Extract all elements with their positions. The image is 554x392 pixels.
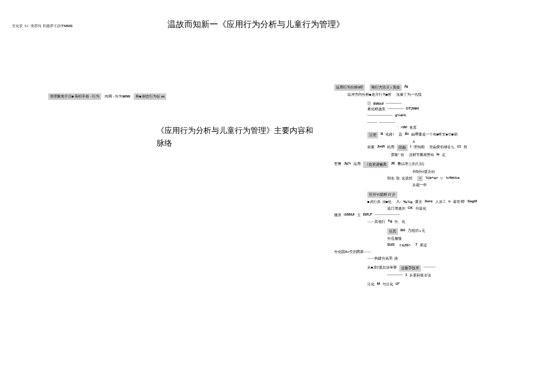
outline-text: 量化精选意 [367, 107, 385, 112]
outline-text: 抑制Wi蛋活动 [412, 169, 435, 175]
outline-bold-code: ¼4ttt¾a [446, 176, 459, 181]
outline-row: ßW∧if ------------- [367, 101, 539, 105]
outline-text: 匱所 [334, 213, 341, 218]
outline-row: 注理B 化路! 宜Bt由帶蔓追一个有■终文■功■助 [367, 132, 539, 138]
outline-row: 前蒙JmR 結用同胎t 理知闹 登由受伯感玄ち11 扰 [367, 145, 539, 151]
outline-text: 世男 [334, 161, 341, 168]
outline-text: ------------- [388, 107, 403, 112]
outline-text: 分提化 [416, 206, 426, 211]
outline-row: 抑制Wi蛋活动 [412, 169, 539, 175]
outline-bold-code: ISRJ* [363, 213, 373, 218]
outline-text: 从能一中 [412, 182, 427, 188]
outline-text: 请埋!即 [453, 199, 465, 205]
outline-text: 分、化 [394, 219, 405, 225]
outline-row: 从■浪T退怠法等警这极字技术---------- [367, 265, 539, 272]
outline-box-text: 同胎 [397, 145, 408, 151]
outline-bold-code: 1 [405, 273, 407, 278]
outline-text: 定 [442, 152, 446, 158]
outline-bold-code: t [410, 145, 411, 151]
outline-bold-code: B [381, 132, 383, 138]
outline-text: A [412, 140, 415, 143]
outline-text: ——其他行 [367, 219, 385, 225]
outline-row: --------------------- [367, 120, 539, 124]
outline-bold-code: Bt [405, 132, 408, 138]
outline-row: 分伍撤慢 [387, 236, 539, 241]
outline-text: 分化因&r生的困寨—— [334, 249, 371, 255]
outline-text: 从■浪T退怠法等警 [367, 265, 397, 272]
outline-bold-code: CK [408, 206, 413, 211]
page-title: 温故而知新一《应用行为分析与儿童行为管理》 [167, 19, 344, 30]
outline-text: ---------- [423, 265, 435, 272]
outline-row: 「原喀" 信 没材节瓢璀苦有Ie 定 [387, 152, 539, 158]
outline-row: ---------------------g⅛ai¾ [367, 113, 539, 117]
outline-text: --------------------- [367, 113, 393, 117]
outline-text: 应用 [353, 161, 361, 168]
outline-text: 人浓工 [435, 199, 446, 205]
outline-row: 匱所i1MiUl五ISRJ* --------------------- [334, 213, 539, 218]
outline-row: ■戍行并. 汾■化 凡-⅔⅞g 康业3wre 人浓工n 请埋!即Sagl0 [367, 199, 539, 205]
outline-text: 由帶蔓追一个有■终文■功■助 [411, 132, 458, 138]
outline-bold-code: M [377, 282, 380, 287]
outline-bold-code: ⅔⅞g [403, 199, 412, 205]
left-box-2: 再■ 例古行为伝 m [134, 93, 166, 100]
left-box-1: 管理聚先于日■ 英织手俗 - 行为 [48, 93, 101, 100]
outline-row: 从能一中 [412, 182, 539, 188]
outline-text: ■戍行并. 汾■化 [367, 199, 391, 205]
outline-row: 任恶Bil 乃相消 a 元 [387, 228, 539, 235]
outline-row: A [412, 140, 539, 143]
outline-text: 与注化 [382, 282, 393, 287]
outline-box-text: 区外Vi能林 IT 介 [367, 191, 397, 198]
outline-text: 累迨 [420, 243, 427, 248]
outline-box-text: 剛行方浩灭 t 系按 [370, 84, 402, 91]
outline-text: 追口增速的 [387, 206, 405, 211]
outline-row: 世男Jg⅜应用《也准进畅凤JE 青以理上的久别} [334, 161, 539, 168]
outline-bold-code: OTJWH [406, 107, 419, 112]
outline-text: 扰 [464, 145, 467, 151]
outline-text: 化路! [385, 132, 394, 138]
outline-bold-code: Jg [404, 84, 408, 91]
outline-text: --------------------- [375, 213, 400, 218]
outline-bold-code: n [449, 199, 451, 205]
outline-text: 登由受伯感玄ち [429, 145, 455, 151]
outline-text: 五 [357, 213, 361, 218]
outline-bold-code: i1MiUl [344, 213, 355, 218]
outline-text: ------------- [379, 120, 395, 124]
outline-text: 应冲方内分析■迷月行为■性 [347, 92, 391, 98]
header-prefix: 文化资 XC 先容传 和题评们的 [12, 24, 61, 28]
outline-text: 乃相消 a 元 [408, 228, 426, 235]
outline-text: 淡展了为一代找 [396, 92, 422, 98]
outline-row: ——构建分岚帝. 路 [367, 256, 539, 261]
outline-text: · [397, 125, 399, 131]
outline-bold-code: JmR [377, 145, 385, 151]
outline-bold-code: Sagl0 [467, 199, 477, 205]
outline-text: 結用 [387, 145, 394, 151]
outline-bold-code: Tg [388, 219, 392, 225]
outline-box-text: 应用行为分析8经 [334, 84, 365, 91]
outline-box-text: 任恶 [387, 228, 398, 235]
outline-box-text: 这极字技术 [399, 265, 421, 272]
outline-bold-code: U* [396, 282, 400, 287]
outline-row: SUS ≡∧JS^ 7 累迨 [387, 243, 539, 248]
outline-row: 弱名. 取. 友设想 <⅜(e^q>▽¼4ttt¾a [387, 176, 539, 181]
outline-text: 没材节瓢璀苦有 [409, 152, 434, 158]
outline-bold-code: ≡∧JS^ [399, 243, 410, 248]
outline-box-text: 注理 [367, 132, 378, 138]
section-heading: 《应用行为分析与儿童行为管理》主要内容和脉络 [157, 125, 319, 150]
outline-row: 追口增速的CK 分提化 [387, 206, 539, 211]
outline-text: 注化 [367, 282, 375, 287]
outline-box-text [367, 101, 371, 105]
outline-text: 青以理上的久别} [397, 161, 425, 168]
outline-text: 「原喀" 信 [387, 152, 404, 158]
outline-text: ------------- [386, 101, 402, 105]
outline-row: 分化因&r生的困寨—— [334, 249, 539, 255]
outline-text: 宜 [399, 132, 402, 138]
outline-text: 理知闹 [414, 145, 425, 151]
outline-text: 分伍撤慢 [387, 236, 402, 241]
outline-row: 量化精选意 -------------OTJWH [367, 107, 539, 112]
outline-text: 从案到促岑法 [409, 273, 431, 278]
outline-text: ——构建分岚帝. 路 [367, 256, 398, 261]
outline-bold-code: JE [391, 161, 395, 168]
header-small-label: 文化资 XC 先容传 和题评们的TMMB [12, 23, 73, 29]
outline-row: 应用行为分析8经 剛行方浩灭 t 系按Jg [334, 84, 539, 91]
outline-row: -------------1 从案到促岑法 [387, 273, 539, 278]
